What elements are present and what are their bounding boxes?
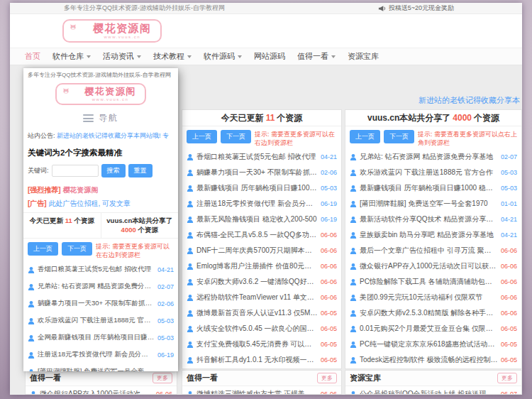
notice-link[interactable]: 新进站的老铁记得收藏分享本网站哦! 专 [57,132,169,139]
next-page-button[interactable]: 下一页 [384,130,414,143]
resource-row[interactable]: 微博最新首页音乐人认证v11.3 仅5M大小支持你登录 06-05 [182,305,341,321]
resource-row[interactable]: 兄弟站: 钻石资源网 精品资源免费分享基地 02-07 [23,278,178,295]
resource-row[interactable]: 抖音直播视频图得升工具v1.0 直播视频自动采集 06-05 [182,368,341,369]
resource-row[interactable]: 躺赚暴力项目一天30+ 不限制车龄抓紧上车 02-06 [182,165,341,180]
resource-row[interactable]: 美团0.99元完玩10元活动福利 仅限双节 06-06 [345,290,521,305]
resource-row[interactable]: 支付宝免费领取5.45元消费券 可以提现银行卡 06-05 [182,337,341,352]
ad-line[interactable]: [广告] 此处广告位招租, 可发文章 [23,197,178,212]
resource-row[interactable]: 躺赚暴力项目一天30+ 不限制车龄抓紧上车 02-06 [23,295,178,312]
resource-row[interactable]: 最新活动软件分享QQ技术 精品资源分享基地 04-21 [345,212,521,227]
resource-row[interactable]: 微众银行APP存入1000元活动次日可以获得无门槛 06-06 [345,258,521,274]
main-nav: 首页 软件仓库 活动资讯 技术教程 [10,48,522,65]
more-button[interactable]: 更多 [497,373,517,383]
resource-row[interactable]: 欢乐游戏蓝闪 下载注册送1888元 官方合作 05-03 [345,165,521,180]
top-utility-bar: 多年专注分享QQ技术资源-游戏辅助外挂娱乐-自学教程网 投稿送5~20元现金奖励 [10,3,522,14]
prev-page-button[interactable]: 上一页 [350,130,380,143]
resource-row[interactable]: 火绒安全软件v5.0.45 一款良心的国产安全软件 06-05 [182,321,341,337]
resource-row[interactable]: Todesk远程控制软件 极致流畅的远程控制协助 06-05 [345,352,521,368]
announcement-link[interactable]: 新进站的老铁记得收藏分享本 [419,95,520,106]
promo-line[interactable]: [强烈推荐] 樱花资源阁 [23,182,178,197]
resource-row[interactable]: 0.01元购买2个月最爱艾豆金豆合集 仅限双节 06-05 [345,321,521,337]
resource-row[interactable]: 香烟口粮英薯王试货5元包邮 招收代理 04-21 [23,261,178,278]
total-panel-title: vuus.cn本站共分享了 4000 个资源 [345,110,521,126]
resource-title: 远程协助软件TeamViewer v11 单文件版 [196,293,318,302]
resource-row[interactable]: Emlog博客用户注册插件 价值80元免费分享 06-06 [182,258,341,274]
resource-row[interactable]: [莆田潮牌鞋服] 免费送空军一号全套 [23,364,178,371]
prev-page-button[interactable]: 上一页 [187,130,217,143]
resource-date: 06-06 [321,231,337,239]
user-icon [28,317,35,324]
resource-row[interactable]: 安卓闪数大师v3.6.2 一键清除QQ好友刷的赞 06-06 [182,274,341,290]
resource-date: 06-06 [321,294,337,301]
more-button[interactable]: 更多 [317,373,337,383]
resource-title: 微众银行APP存入1000元活动次日可以获得无门槛 [360,261,498,271]
resource-date: 06-06 [501,278,517,285]
resource-row[interactable]: 全网最新赚钱项目 历年躺枪项目日赚1000 05-03 [23,329,178,346]
resource-row[interactable]: 最新赚钱项目 历年躺枪项目日赚1000 稳稳稳 05-03 [345,180,521,196]
resource-date: 04-21 [157,266,174,273]
resource-row[interactable]: 注册送18元零投资做代理 新会员分红拿 06-19 [23,346,178,364]
keyword-input[interactable] [52,165,99,177]
drawer-nav-toggle[interactable]: 导航 [23,106,178,129]
user-icon [350,390,357,395]
nav-item[interactable]: 活动资讯 [103,51,141,62]
resource-row[interactable]: 微众银行APP存入1000元活动次日可以获得无门 06-06 [26,386,177,395]
resource-row[interactable]: 微博精选三潮性感内衣大赏 正规美图等你来看 06-06 [182,386,341,395]
resource-row[interactable]: 公众号投稿到QQ全新活动上线 投稿送现金奖励 06-07 [345,386,521,395]
resource-title: 躺赚暴力项目一天30+ 不限制车龄抓紧上车 [38,299,155,308]
resource-row[interactable]: 最后一个文章广告位招租中 引寻万流 聚八万方 06-06 [345,243,521,258]
resource-row[interactable]: 皇族贩卖bin 助马分享吧 精品资源分享基地 04-21 [345,227,521,243]
next-page-button[interactable]: 下一页 [62,242,92,256]
drawer-slogan: 多年专注分享QQ技术资源-游戏辅助外挂娱乐-自学教程网 [23,68,178,80]
nav-item[interactable]: 技术教程 [153,51,192,62]
resource-row[interactable]: 最新赚钱项目 历年躺枪项目日赚1000 稳稳稳 05-03 [182,180,341,196]
resource-row[interactable]: 安卓最新版地心引力支持移动端管理了! IOS版 06-05 [345,368,521,369]
resource-row[interactable]: [莆田潮牌鞋服] 免费送空军一号全套1970 01-01 [345,196,521,212]
nav-item[interactable]: 软件仓库 [52,51,91,62]
resource-row[interactable]: 安卓闪数大师v2.5.3.0精简版 解除各种手机锁屏 06-06 [345,305,521,321]
user-icon [350,247,357,254]
user-icon [187,153,194,160]
section-title: 值得一看 [30,373,61,383]
submission-reward-link[interactable]: 投稿送5~20元现金奖励 [378,4,454,13]
desktop-background: 多年专注分享QQ技术资源-游戏辅助外挂娱乐-自学教程网 投稿送5~20元现金奖励 [0,0,532,399]
nav-item[interactable]: 资源宝库 [348,51,379,62]
resource-date: 06-05 [321,325,337,332]
resource-row[interactable]: PC纯一键锁定京东京乐618盛惠抢试活动工具 06-05 [345,337,521,352]
resource-title: 最新赚钱项目 历年躺枪项目日赚1000 稳稳稳 [196,183,318,193]
resource-title: 皇族贩卖bin 助马分享吧 精品资源分享基地 [360,230,498,240]
resource-row[interactable]: 抖音解析工具dy1.0.1 无水印视频一键解析软件 06-05 [182,352,341,368]
resource-row[interactable]: PC惊险解除下载工具 各辅助滴滴辅助包免费下载 06-06 [345,274,521,290]
resource-row[interactable]: 欢乐游戏蓝闪 下载注册送1888元 官方合作 05-03 [23,312,178,329]
resource-row[interactable]: 注册送18元零投资做代理 新会员分红拿1000 06-19 [182,196,341,212]
nav-item[interactable]: 网站源码 [254,51,285,62]
resource-row[interactable]: 远程协助软件TeamViewer v11 单文件版 06-06 [182,290,341,305]
nav-item[interactable]: 首页 [25,51,40,62]
site-url: www.vuus.cn [92,97,129,102]
resource-row[interactable]: DNF十二周年庆典5700万只期脚本辅助 06-06 [182,243,341,258]
resource-row[interactable]: 香烟口粮英薯王试货5元包邮 招收代理 04-21 [182,149,341,165]
resource-date: 04-21 [501,216,517,223]
resource-row[interactable]: 布偶猫-全民工具v5.8.5 一款QQ多功能工具软件 06-06 [182,227,341,243]
reset-button[interactable]: 重置 [128,164,153,177]
promo-text: 樱花资源阁 [62,186,98,194]
user-icon [187,294,194,301]
resource-title: 布偶猫-全民工具v5.8.5 一款QQ多功能工具软件 [196,230,318,240]
resource-date: 06-06 [501,263,517,270]
user-icon [28,266,35,273]
nav-item-label: 网站源码 [254,51,285,62]
resource-row[interactable]: 最新无风险撸钱项目 稳定收入200-500 06-19 [182,212,341,227]
resource-title: 躺赚暴力项目一天30+ 不限制车龄抓紧上车 [196,168,318,177]
resource-date: 06-06 [501,247,517,254]
nav-item[interactable]: 值得一看 [297,51,336,62]
prev-page-button[interactable]: 上一页 [28,242,58,256]
resource-date: 02-06 [157,300,174,307]
resource-row[interactable]: 兄弟站: 钻石资源网 精品资源免费分享基地 02-07 [345,149,521,165]
user-icon [350,294,357,301]
more-button[interactable]: 更多 [153,373,172,383]
site-logo[interactable]: 樱花资源阁 www.vuus.cn [62,19,162,43]
next-page-button[interactable]: 下一页 [221,130,251,143]
search-button[interactable]: 搜索 [101,164,126,177]
site-logo[interactable]: 樱花资源阁 www.vuus.cn [55,83,146,105]
nav-item[interactable]: 软件源码 [204,51,242,62]
